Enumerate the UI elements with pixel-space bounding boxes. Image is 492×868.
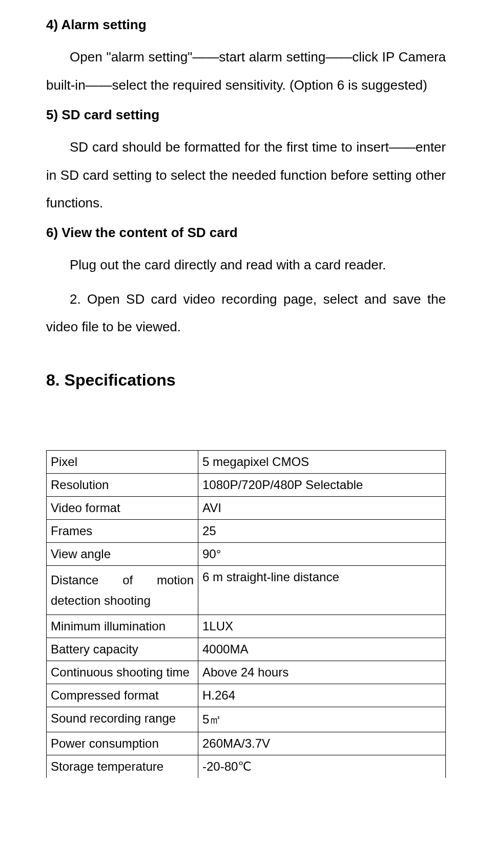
section-4-heading: 4) Alarm setting (46, 15, 446, 34)
spec-value: 1LUX (198, 615, 446, 638)
table-row: Distance of motiondetection shooting 6 m… (47, 565, 446, 615)
spec-label: Pixel (47, 450, 198, 473)
spec-label: Minimum illumination (47, 615, 198, 638)
spec-value: 5㎡ (198, 707, 446, 732)
spec-value: 4000MA (198, 638, 446, 661)
spec-label: View angle (47, 542, 198, 565)
table-row: Power consumption 260MA/3.7V (47, 732, 446, 755)
spec-label: Battery capacity (47, 638, 198, 661)
section-6-body-2: 2. Open SD card video recording page, se… (46, 285, 446, 341)
table-row: Storage temperature -20-80℃ (47, 755, 446, 778)
section-6-heading: 6) View the content of SD card (46, 223, 446, 242)
table-row: Compressed format H.264 (47, 684, 446, 707)
section-5-body: SD card should be formatted for the firs… (46, 133, 446, 217)
spec-value: 260MA/3.7V (198, 732, 446, 755)
section-6-body-1: Plug out the card directly and read with… (46, 251, 446, 279)
spec-value: -20-80℃ (198, 755, 446, 778)
spec-value: 25 (198, 519, 446, 542)
table-row: Resolution 1080P/720P/480P Selectable (47, 473, 446, 496)
spec-label: Power consumption (47, 732, 198, 755)
table-row: Video format AVI (47, 496, 446, 519)
spec-value: H.264 (198, 684, 446, 707)
spec-value: AVI (198, 496, 446, 519)
spec-label: Compressed format (47, 684, 198, 707)
spec-label: Distance of motiondetection shooting (47, 565, 198, 615)
table-row: Sound recording range 5㎡ (47, 707, 446, 732)
spec-label: Frames (47, 519, 198, 542)
spec-value: 6 m straight-line distance (198, 565, 446, 615)
spec-label: Storage temperature (47, 755, 198, 778)
spec-label: Video format (47, 496, 198, 519)
table-row: View angle 90° (47, 542, 446, 565)
spec-value: Above 24 hours (198, 661, 446, 684)
table-row: Pixel 5 megapixel CMOS (47, 450, 446, 473)
spec-label: Resolution (47, 473, 198, 496)
table-row: Minimum illumination 1LUX (47, 615, 446, 638)
table-row: Battery capacity 4000MA (47, 638, 446, 661)
spec-value: 1080P/720P/480P Selectable (198, 473, 446, 496)
spec-value: 5 megapixel CMOS (198, 450, 446, 473)
table-row: Frames 25 (47, 519, 446, 542)
specifications-heading: 8. Specifications (46, 371, 446, 390)
specifications-table: Pixel 5 megapixel CMOS Resolution 1080P/… (46, 450, 446, 778)
spec-label: Sound recording range (47, 707, 198, 732)
spec-label: Continuous shooting time (47, 661, 198, 684)
section-5-heading: 5) SD card setting (46, 105, 446, 124)
table-row: Continuous shooting time Above 24 hours (47, 661, 446, 684)
section-4-body: Open "alarm setting"——start alarm settin… (46, 43, 446, 99)
spec-value: 90° (198, 542, 446, 565)
